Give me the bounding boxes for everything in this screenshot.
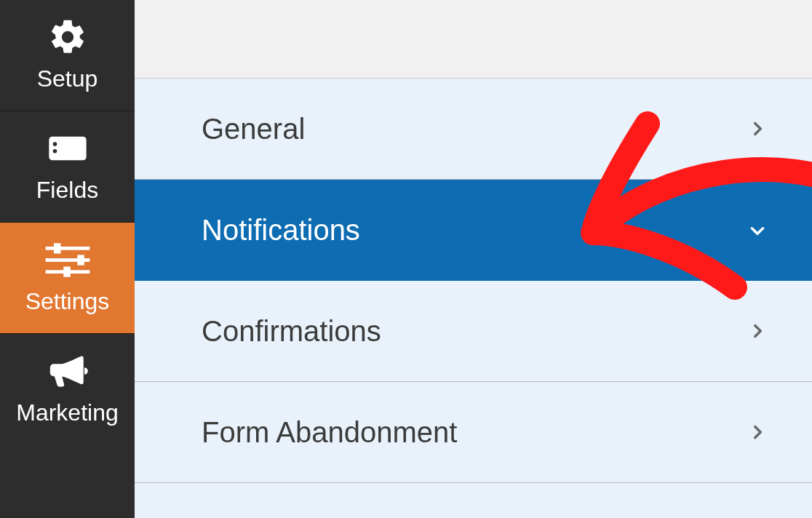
svg-rect-1: [54, 243, 61, 253]
panel-item-label: Form Abandonment: [202, 416, 457, 449]
gear-icon: [47, 16, 88, 58]
chevron-right-icon: [748, 119, 767, 138]
sidebar: Setup Fields Settings Marketing: [0, 0, 135, 518]
sidebar-item-marketing[interactable]: Marketing: [0, 334, 135, 445]
sidebar-item-label: Settings: [25, 290, 110, 313]
list-icon: [44, 127, 92, 170]
panel-item-form-abandonment[interactable]: Form Abandonment: [135, 382, 812, 483]
svg-rect-3: [77, 255, 84, 265]
sidebar-item-label: Marketing: [16, 401, 119, 424]
sidebar-item-fields[interactable]: Fields: [0, 111, 135, 223]
sidebar-item-setup[interactable]: Setup: [0, 0, 135, 111]
panel-item-label: Confirmations: [202, 315, 381, 348]
sliders-icon: [40, 239, 95, 281]
panel-item-label: General: [202, 113, 305, 146]
main-content: General Notifications Confirmations Form…: [135, 0, 812, 518]
chevron-right-icon: [748, 423, 767, 442]
chevron-down-icon: [748, 221, 767, 240]
sidebar-item-settings[interactable]: Settings: [0, 223, 135, 334]
sidebar-item-label: Setup: [37, 67, 98, 90]
svg-rect-5: [63, 267, 71, 277]
panel-item-general[interactable]: General: [135, 79, 812, 180]
panel-item-confirmations[interactable]: Confirmations: [135, 281, 812, 382]
svg-rect-0: [45, 247, 89, 250]
bullhorn-icon: [47, 350, 89, 392]
top-bar: [135, 0, 812, 79]
chevron-right-icon: [748, 322, 767, 340]
panel-item-label: Notifications: [202, 214, 360, 247]
settings-panel-list: General Notifications Confirmations Form…: [135, 79, 812, 518]
sidebar-item-label: Fields: [36, 178, 98, 202]
panel-item-notifications[interactable]: Notifications: [135, 180, 812, 281]
